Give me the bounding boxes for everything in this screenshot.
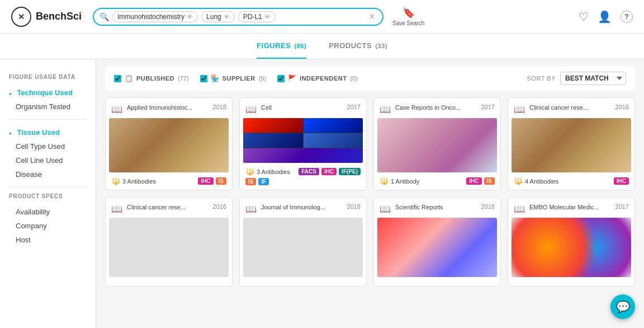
search-tag-pdl1[interactable]: PD-L1 👁	[238, 11, 276, 22]
card-footer-5	[240, 277, 366, 286]
card-journal-4: Clinical cancer rese...	[127, 203, 209, 212]
card-image-7	[512, 218, 631, 277]
card-header-7: 📖 EMBO Molecular Medic... 2017	[508, 198, 634, 218]
sidebar-item-organism-tested[interactable]: Organism Tested	[9, 100, 87, 114]
sidebar-divider	[9, 119, 87, 120]
card-year-2: 2017	[481, 104, 495, 110]
card-year-7: 2017	[615, 203, 629, 210]
tag-ihc-1: IHC	[321, 168, 337, 175]
card-year-5: 2016	[347, 203, 361, 210]
card-year-4: 2016	[213, 203, 226, 210]
eye-icon[interactable]: 👁	[224, 13, 230, 20]
card-antibodies-3: 4 Antibodies	[525, 178, 612, 185]
card-antibodies-0: 3 Antibodies	[122, 178, 196, 185]
card-journal-7: EMBO Molecular Medic...	[529, 203, 611, 212]
card-3[interactable]: 📖 Clinical cancer rese... 2016 🔱 4 Antib…	[508, 97, 635, 190]
save-search-button[interactable]: 🔖 Save Search	[392, 7, 424, 26]
eye-icon[interactable]: 👁	[264, 13, 271, 20]
filter-supplier-checkbox[interactable]	[200, 75, 207, 82]
user-icon[interactable]: 👤	[598, 10, 612, 24]
card-image-5	[243, 218, 363, 277]
search-bar[interactable]: 🔍 Immunohistochemistry 👁 Lung 👁 PD-L1 👁 …	[93, 8, 383, 26]
sidebar-item-disease[interactable]: Disease	[9, 167, 87, 181]
card-journal-0: Applied Immunohistoc...	[127, 104, 209, 112]
card-image-4	[109, 218, 229, 277]
logo-icon: ✕	[11, 7, 31, 27]
card-image-6	[377, 218, 497, 277]
filter-independent-checkbox[interactable]	[277, 75, 285, 82]
card-year-1: 2017	[347, 104, 361, 110]
card-image-2	[377, 118, 497, 172]
card-year-3: 2016	[615, 104, 629, 110]
card-7[interactable]: 📖 EMBO Molecular Medic... 2017	[508, 197, 635, 287]
card-journal-2: Case Reports in Onco...	[395, 104, 477, 112]
sidebar-item-cell-type-used[interactable]: Cell Type Used	[9, 139, 87, 153]
sidebar-item-company[interactable]: Company	[9, 219, 87, 233]
sidebar-item-availability[interactable]: Availability	[9, 205, 87, 219]
sidebar-section-figure-usage: FIGURE USAGE DATA	[9, 74, 87, 80]
card-header-6: 📖 Scientific Reports 2018	[374, 198, 500, 218]
logo-text: BenchSci	[36, 11, 82, 22]
card-5[interactable]: 📖 Journal of Immunolog... 2016	[239, 197, 367, 287]
sidebar-item-tissue-used[interactable]: Tissue Used	[9, 125, 87, 139]
sidebar-item-cell-line-used[interactable]: Cell Line Used	[9, 153, 87, 167]
card-0[interactable]: 📖 Applied Immunohistoc... 2018 🔱 3 Antib…	[105, 97, 233, 190]
filter-independent[interactable]: 🚩 INDEPENDENT (0)	[277, 74, 358, 82]
filter-published[interactable]: 📋 PUBLISHED (77)	[114, 74, 189, 82]
antibody-icon-2: 🔱	[380, 177, 389, 185]
card-header-4: 📖 Clinical cancer rese... 2016	[106, 198, 232, 218]
card-journal-3: Clinical cancer rese...	[529, 104, 611, 112]
card-6[interactable]: 📖 Scientific Reports 2018	[373, 197, 501, 287]
header-actions: ♡ 👤 ?	[579, 10, 633, 24]
tag-ifpe-1: IF(PE)	[339, 168, 361, 175]
chat-button[interactable]: 💬	[610, 294, 635, 319]
card-antibodies-1: 3 Antibodies	[257, 168, 296, 175]
card-2[interactable]: 📖 Case Reports in Onco... 2017 🔱 1 Antib…	[373, 97, 501, 190]
sort-select[interactable]: BEST MATCH MOST RECENT MOST CITED	[560, 72, 626, 85]
card-footer-2: 🔱 1 Antibody IHCIS	[374, 172, 500, 190]
card-4[interactable]: 📖 Clinical cancer rese... 2016	[105, 197, 233, 287]
card-journal-1: Cell	[261, 104, 343, 112]
antibody-icon-3: 🔱	[514, 177, 523, 185]
search-icon: 🔍	[100, 12, 109, 21]
filter-published-icon: 📋	[125, 74, 133, 82]
card-1[interactable]: 📖 Cell 2017 🔱 3 Antibodies FACSIHCIF(PE)…	[239, 97, 367, 190]
sidebar-item-technique-used[interactable]: Technique Used	[9, 86, 87, 100]
card-journal-5: Journal of Immunolog...	[261, 203, 343, 212]
logo[interactable]: ✕ BenchSci	[11, 7, 84, 27]
filter-published-checkbox[interactable]	[114, 75, 121, 82]
help-icon[interactable]: ?	[621, 11, 633, 23]
tag-ihc-2: IHC	[466, 177, 481, 185]
cards-grid: 📖 Applied Immunohistoc... 2018 🔱 3 Antib…	[105, 97, 635, 287]
tab-products[interactable]: PRODUCTS (33)	[329, 34, 387, 59]
card-year-6: 2018	[481, 203, 495, 210]
search-clear-button[interactable]: ×	[367, 12, 377, 22]
card-header-0: 📖 Applied Immunohistoc... 2018	[106, 98, 232, 118]
eye-icon[interactable]: 👁	[187, 13, 193, 20]
main-layout: FIGURE USAGE DATA Technique Used Organis…	[0, 59, 644, 328]
card-antibodies-2: 1 Antibody	[391, 178, 464, 185]
journal-icon-5: 📖	[245, 204, 257, 214]
journal-icon-6: 📖	[380, 204, 391, 214]
tag-facs-1: FACS	[299, 168, 319, 175]
card-journal-6: Scientific Reports	[395, 203, 477, 212]
filter-supplier[interactable]: 🏪 SUPPLIER (9)	[200, 74, 266, 82]
journal-icon-0: 📖	[111, 104, 122, 115]
card-image-3	[512, 118, 631, 172]
journal-icon-4: 📖	[111, 204, 122, 214]
card-header-3: 📖 Clinical cancer rese... 2016	[508, 98, 634, 118]
card-image-1	[243, 118, 363, 163]
tab-figures[interactable]: FIGURES (86)	[257, 34, 306, 59]
sidebar-item-host[interactable]: Host	[9, 233, 87, 247]
search-tag-lung[interactable]: Lung 👁	[201, 11, 235, 22]
card-header-5: 📖 Journal of Immunolog... 2016	[240, 198, 366, 218]
journal-icon-3: 📖	[514, 104, 525, 115]
search-tag-ihc[interactable]: Immunohistochemistry 👁	[112, 11, 198, 22]
tag-if-1: IF	[258, 178, 269, 185]
favorites-icon[interactable]: ♡	[579, 10, 589, 24]
antibody-icon-1: 🔱	[245, 167, 254, 176]
card-footer-0: 🔱 3 Antibodies IHCIS	[106, 172, 232, 190]
content-area: 📋 PUBLISHED (77) 🏪 SUPPLIER (9) 🚩 INDEPE…	[96, 59, 644, 328]
tabs-bar: FIGURES (86) PRODUCTS (33)	[0, 34, 644, 59]
card-footer-3: 🔱 4 Antibodies IHC	[508, 172, 634, 190]
